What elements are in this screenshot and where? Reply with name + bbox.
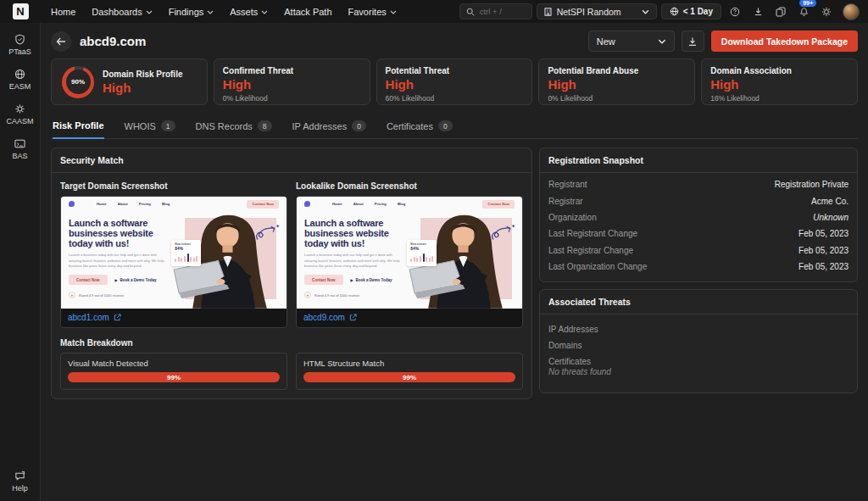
netspi-logo-icon: N — [13, 3, 29, 19]
downloads-button[interactable] — [748, 3, 767, 20]
help-button[interactable] — [726, 3, 744, 20]
security-match-panel: Security Match Target Domain Screenshot — [51, 148, 532, 399]
target-domain-screenshot: New visitors 84% — [60, 196, 287, 328]
play-icon: ▶ — [351, 278, 353, 282]
detail-tabs: Risk Profile WHOIS1 DNS Records8 IP Addr… — [51, 115, 858, 139]
main-nav: Home Dashboards Findings Assets Attack P… — [51, 7, 397, 17]
domain-association-card: Domain Association High 16% Likelihood — [701, 58, 858, 105]
globe-icon — [670, 7, 679, 16]
potential-threat-card: Potential Threat High 60% Likelihood — [376, 58, 533, 105]
sidebar-item-ptaas[interactable]: PTaaS — [8, 34, 31, 56]
question-circle-icon — [730, 7, 740, 17]
top-navbar: N Home Dashboards Findings Assets Attack… — [0, 0, 868, 23]
chevron-down-icon — [261, 10, 268, 14]
tab-risk-profile[interactable]: Risk Profile — [53, 115, 104, 139]
potential-brand-abuse-card: Potential Brand Abuse High 0% Likelihood — [538, 58, 695, 105]
lookalike-domain-link[interactable]: abcd9.com — [297, 309, 522, 327]
right-column: Registration Snapshot Registrant Registr… — [539, 148, 858, 393]
sidebar-item-easm[interactable]: EASM — [9, 69, 31, 91]
target-domain-link[interactable]: abcd1.com — [61, 309, 287, 327]
search-shortcut-hint: ctrl + / — [480, 7, 502, 16]
chevron-down-icon — [146, 10, 153, 14]
nav-item-home[interactable]: Home — [51, 7, 75, 17]
star-icon: ★ — [69, 292, 75, 298]
settings-button[interactable] — [817, 3, 836, 20]
shield-icon — [14, 34, 25, 45]
sidebar-item-caasm[interactable]: CAASM — [6, 103, 33, 125]
mockup-stats-card: New visitors 84% — [407, 240, 437, 266]
visual-match-progress-bar: 99% — [68, 372, 280, 382]
external-link-icon — [114, 314, 121, 321]
gear-network-icon — [14, 103, 25, 114]
match-breakdown-title: Match Breakdown — [60, 338, 523, 348]
nav-item-assets[interactable]: Assets — [230, 7, 268, 17]
html-structure-match-card: HTML Structure Match 99% — [296, 353, 523, 390]
notifications-button[interactable]: 99+ — [794, 3, 813, 20]
tab-dns-records[interactable]: DNS Records8 — [196, 115, 272, 138]
lookalike-domain-screenshot: New visitors 84% — [296, 196, 523, 328]
back-button[interactable] — [51, 31, 71, 52]
nav-item-dashboards[interactable]: Dashboards — [92, 7, 152, 17]
chevron-down-icon — [390, 10, 397, 14]
tab-certificates[interactable]: Certificates0 — [387, 115, 453, 138]
brand-logo[interactable]: N — [0, 3, 41, 19]
status-select[interactable]: New — [588, 31, 675, 52]
sidebar-item-bas[interactable]: BAS — [12, 138, 27, 160]
mockup-logo-icon — [304, 201, 310, 207]
html-match-progress-bar: 99% — [303, 372, 515, 382]
globe-icon — [14, 69, 25, 80]
panel-title: Associated Threats — [540, 290, 857, 315]
nav-item-findings[interactable]: Findings — [169, 7, 214, 17]
user-avatar[interactable] — [843, 3, 860, 20]
risk-gauge-value: 90% — [66, 70, 91, 94]
arrow-left-icon — [56, 37, 66, 46]
gear-icon — [821, 7, 832, 17]
search-input[interactable]: ctrl + / — [459, 3, 532, 19]
lookalike-screenshot-label: Lookalike Domain Screenshot — [296, 181, 523, 191]
threat-category-ip-addresses: IP Addresses — [548, 321, 849, 337]
chevron-down-icon — [207, 10, 214, 14]
chat-icon — [14, 470, 25, 482]
tab-ip-addresses[interactable]: IP Addresses0 — [292, 115, 366, 138]
tab-count-badge: 0 — [438, 120, 453, 131]
threat-category-certificates: Certificates — [548, 353, 849, 366]
mini-bar-chart — [175, 253, 198, 262]
nav-item-favorites[interactable]: Favorites — [348, 7, 397, 17]
reports-button[interactable] — [771, 3, 790, 20]
registration-row: Last Registrar Change Feb 05, 2023 — [548, 242, 849, 259]
panel-title: Security Match — [52, 148, 531, 173]
tab-count-badge: 1 — [161, 120, 175, 131]
registration-row: Last Registrant Change Feb 05, 2023 — [548, 225, 849, 242]
header-actions: New Download Takedown Package — [588, 31, 858, 52]
tab-content: Security Match Target Domain Screenshot — [51, 148, 858, 399]
panel-title: Registration Snapshot — [540, 148, 857, 173]
mockup-navbar: Home About Pricing Blog Contact Now — [61, 197, 287, 211]
risk-gauge: 90% — [62, 66, 94, 98]
tab-whois[interactable]: WHOIS1 — [125, 115, 175, 138]
website-mockup-image: New visitors 84% — [297, 197, 522, 309]
time-filter[interactable]: < 1 Day — [661, 3, 721, 19]
sidebar-item-help[interactable]: Help — [12, 470, 28, 493]
export-report-button[interactable] — [682, 31, 704, 52]
page-header: abcd9.com New Download Takedown Package — [41, 23, 868, 58]
download-takedown-package-button[interactable]: Download Takedown Package — [711, 31, 858, 52]
download-icon — [754, 7, 763, 16]
mini-bar-chart — [410, 253, 433, 262]
registration-row: Last Organization Change Feb 05, 2023 — [548, 259, 849, 275]
registration-row: Registrar Acme Co. — [548, 192, 849, 209]
bell-icon — [799, 7, 809, 17]
client-selector[interactable]: NetSPI Random — [537, 3, 657, 19]
mockup-navbar: Home About Pricing Blog Contact Now — [297, 197, 522, 211]
mockup-logo-icon — [69, 201, 75, 207]
star-icon: ★ — [304, 292, 311, 298]
mockup-arrow-doodle — [253, 221, 281, 243]
notification-badge: 99+ — [799, 0, 816, 7]
page-title: abcd9.com — [80, 34, 146, 48]
associated-threats-panel: Associated Threats IP Addresses Domains … — [539, 289, 858, 393]
visual-match-card: Visual Match Detected 99% — [60, 353, 287, 390]
tab-count-badge: 8 — [258, 120, 272, 131]
nav-item-attack-path[interactable]: Attack Path — [284, 7, 331, 17]
search-icon — [466, 8, 475, 16]
mockup-stats-card: New visitors 84% — [171, 240, 201, 266]
mockup-arrow-doodle — [489, 221, 516, 243]
